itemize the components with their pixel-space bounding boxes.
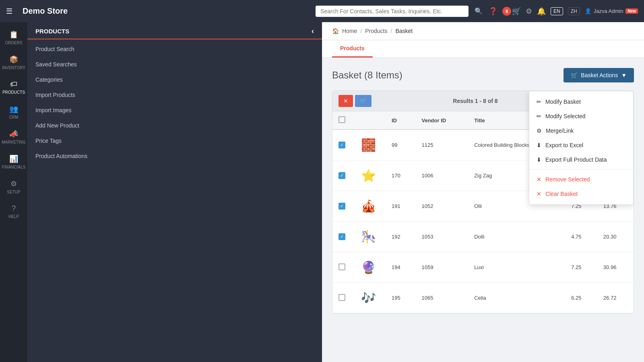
row-vendor-id: 1053 [415, 222, 468, 252]
search-icon[interactable]: 🔍 [475, 7, 483, 15]
merge-link-label: Merge/Link [546, 128, 574, 134]
sidebar-item-setup[interactable]: ⚙ SETUP [0, 175, 27, 198]
basket-actions-button[interactable]: 🛒 Basket Actions ▼ [564, 68, 634, 82]
dropdown-remove-selected[interactable]: ✕ Remove Selected [529, 172, 633, 187]
dropdown-modify-selected[interactable]: ✏ Modify Selected [529, 109, 633, 123]
row-img-cell: 🎠 [351, 222, 386, 252]
remove-selected-label: Remove Selected [545, 176, 590, 183]
sidebar-item-inventory[interactable]: 📦 INVENTORY [0, 51, 27, 74]
clear-selection-button[interactable]: ✕ [339, 95, 353, 107]
row-price: 4.75 [565, 222, 597, 252]
row-vendor-id: 1006 [415, 160, 468, 191]
results-info: Results 1 - 8 of 8 [453, 98, 497, 104]
breadcrumb-home[interactable]: Home [342, 28, 357, 34]
export-full-label: Export Full Product Data [545, 156, 607, 163]
row-checkbox[interactable]: ✓ [339, 172, 345, 179]
row-checkbox-cell: ✓ [332, 160, 351, 191]
merge-link-icon: ⚙ [537, 128, 542, 134]
sidebar-item-crm[interactable]: 👥 CRM [0, 101, 27, 123]
header-icons: ❓ 8 🛒 ⚙ 🔔 EN ZH 👤 Jazva Admin New [489, 7, 638, 16]
row-checkbox[interactable] [339, 263, 345, 270]
cart-badge[interactable]: 8 [502, 7, 511, 16]
row-id: 192 [386, 222, 415, 252]
tab-products[interactable]: Products [332, 40, 373, 58]
hamburger-icon[interactable]: ☰ [6, 7, 12, 16]
financials-label: FINANCIALS [2, 165, 26, 169]
menu-item-import-products[interactable]: Import Products [27, 87, 322, 103]
product-image: 🎠 [357, 226, 380, 248]
row-checkbox[interactable]: ✓ [339, 142, 345, 148]
row-id: 191 [386, 191, 415, 222]
content-area: 🏠 Home / Products / Basket Products Bask… [322, 22, 644, 362]
setup-label: SETUP [7, 190, 20, 194]
row-checkbox[interactable]: ✓ [339, 203, 345, 210]
product-image: 🎪 [357, 195, 380, 217]
dropdown-divider [529, 169, 633, 170]
menu-item-add-new-product[interactable]: Add New Product [27, 118, 322, 133]
sidebar-icon-nav: 📋 ORDERS 📦 INVENTORY 🏷 PRODUCTS 👥 CRM 📣 … [0, 22, 27, 362]
new-badge: New [625, 8, 638, 14]
sidebar-item-help[interactable]: ? HELP [0, 200, 27, 223]
dropdown-clear-basket[interactable]: ✕ Clear Basket [529, 187, 633, 201]
products-label: PRODUCTS [2, 90, 25, 95]
global-search-input[interactable] [316, 6, 469, 17]
export-excel-label: Export to Excel [545, 142, 583, 148]
select-all-checkbox[interactable] [339, 116, 345, 123]
row-checkbox[interactable]: ✓ [339, 233, 345, 240]
basket-btn-label: Basket Actions [581, 72, 618, 78]
menu-item-product-automations[interactable]: Product Automations [27, 148, 322, 164]
row-img-cell: 🎶 [351, 283, 386, 313]
menu-item-categories[interactable]: Categories [27, 72, 322, 87]
sidebar-section-header: PRODUCTS ‹ [27, 22, 322, 39]
marketing-icon: 📣 [9, 130, 18, 138]
remove-selected-icon: ✕ [537, 176, 541, 183]
products-icon: 🏷 [10, 80, 17, 88]
dropdown-export-excel[interactable]: ⬇ Export to Excel [529, 138, 633, 152]
header-img [351, 111, 386, 130]
product-image: ⭐ [357, 165, 380, 187]
menu-item-price-tags[interactable]: Price Tags [27, 133, 322, 148]
cart-icon[interactable]: 🛒 [512, 7, 521, 16]
breadcrumb-current: Basket [395, 28, 413, 34]
basket-toolbar-button[interactable]: 🛒 [355, 95, 372, 107]
settings-icon[interactable]: ⚙ [526, 7, 532, 16]
breadcrumb-products[interactable]: Products [365, 28, 387, 34]
marketing-label: MARKETING [2, 140, 25, 144]
basket-actions-dropdown: ✏ Modify Basket ✏ Modify Selected ⚙ Merg… [529, 91, 634, 205]
table-container: ✕ 🛒 Results 1 - 8 of 8 ✏ Modify Basket ✏… [332, 90, 634, 314]
page-tabs: Products [322, 40, 644, 58]
row-checkbox[interactable] [339, 294, 345, 301]
dropdown-export-full[interactable]: ⬇ Export Full Product Data [529, 152, 633, 167]
row-checkbox-cell: ✓ [332, 191, 351, 222]
menu-item-product-search[interactable]: Product Search [27, 41, 322, 57]
user-area[interactable]: 👤 Jazva Admin New [585, 8, 638, 14]
sidebar-item-products[interactable]: 🏷 PRODUCTS [0, 76, 27, 99]
modify-selected-icon: ✏ [537, 113, 541, 119]
help-icon[interactable]: ❓ [489, 7, 497, 16]
sidebar-section-label: PRODUCTS [35, 28, 69, 35]
row-img-cell: 🧱 [351, 130, 386, 160]
modify-basket-icon: ✏ [537, 99, 541, 105]
sidebar-collapse-icon[interactable]: ‹ [312, 27, 314, 35]
dropdown-modify-basket[interactable]: ✏ Modify Basket [529, 95, 633, 109]
page-content: Basket (8 Items) 🛒 Basket Actions ▼ ✕ 🛒 … [322, 58, 644, 362]
row-checkbox-cell: ✓ [332, 130, 351, 160]
row-checkbox-cell: ✓ [332, 222, 351, 252]
lang-en-button[interactable]: EN [551, 7, 563, 15]
sidebar-wrapper: 📋 ORDERS 📦 INVENTORY 🏷 PRODUCTS 👥 CRM 📣 … [0, 22, 322, 362]
basket-btn-icon: 🛒 [571, 72, 578, 78]
row-id: 170 [386, 160, 415, 191]
menu-item-import-images[interactable]: Import Images [27, 103, 322, 118]
row-id: 195 [386, 283, 415, 313]
orders-label: ORDERS [5, 41, 23, 45]
row-img-cell: ⭐ [351, 160, 386, 191]
modify-selected-label: Modify Selected [545, 113, 586, 119]
sidebar-item-orders[interactable]: 📋 ORDERS [0, 26, 27, 49]
menu-item-saved-searches[interactable]: Saved Searches [27, 57, 322, 72]
bell-icon[interactable]: 🔔 [537, 7, 546, 16]
header-id: ID [386, 111, 415, 130]
lang-zh-button[interactable]: ZH [568, 7, 580, 15]
sidebar-item-marketing[interactable]: 📣 MARKETING [0, 125, 27, 148]
dropdown-merge-link[interactable]: ⚙ Merge/Link [529, 123, 633, 138]
sidebar-item-financials[interactable]: 📊 FINANCIALS [0, 150, 27, 173]
